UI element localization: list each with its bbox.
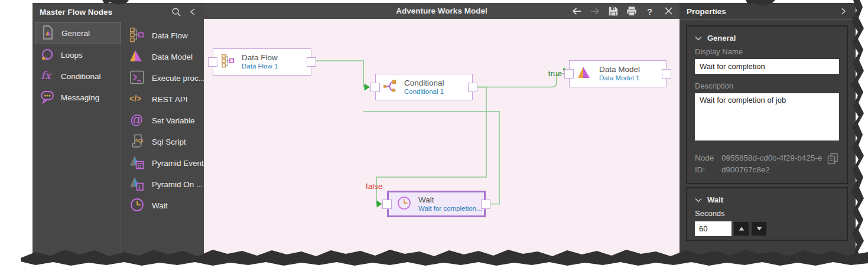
wait-clock-icon xyxy=(129,197,145,214)
help-icon[interactable]: ? xyxy=(645,6,655,17)
svg-text:SQL: SQL xyxy=(135,138,145,143)
chevron-down-icon xyxy=(695,36,702,41)
node-title: Data Model xyxy=(599,65,640,74)
conditional-branch-icon xyxy=(383,79,398,96)
canvas-node-data-model[interactable]: Data Model Data Model 1 xyxy=(569,60,667,87)
palette-item-label: Wait xyxy=(152,201,168,210)
output-port[interactable] xyxy=(468,83,477,92)
section-title: Wait xyxy=(707,195,723,204)
undo-back-arrow-icon[interactable] xyxy=(571,6,582,17)
palette-item-label: Data Model xyxy=(152,53,193,61)
data-flow-icon xyxy=(221,54,235,70)
svg-text:fx: fx xyxy=(41,69,52,81)
seconds-label: Seconds xyxy=(695,209,839,218)
chevron-down-icon xyxy=(695,198,702,202)
palette-item-sql-script[interactable]: SQL Sql Script xyxy=(121,131,204,152)
node-subtitle: Data Model 1 xyxy=(599,74,640,83)
canvas-node-data-flow[interactable]: Data Flow Data Flow 1 xyxy=(213,48,311,76)
wait-section-header[interactable]: Wait xyxy=(695,195,839,204)
palette-item-label: REST API xyxy=(152,95,188,104)
category-label: General xyxy=(61,29,90,38)
collapse-panel-chevron-left-icon[interactable] xyxy=(187,6,198,17)
node-id-row: Node ID: 0955858d-cd0c-4f29-b425-ed90076… xyxy=(695,152,839,175)
palette-item-wait[interactable]: Wait xyxy=(121,195,204,216)
loops-icon xyxy=(40,47,55,64)
node-subtitle: Conditional 1 xyxy=(404,88,444,96)
input-port[interactable] xyxy=(208,57,217,67)
display-name-label: Display Name xyxy=(695,47,839,56)
canvas-toolbar: ? xyxy=(571,3,674,19)
category-messaging[interactable]: Messaging xyxy=(35,87,121,108)
category-loops[interactable]: Loops xyxy=(35,44,121,66)
palette-item-label: Set Variable xyxy=(152,116,195,125)
category-conditional[interactable]: fx Conditional xyxy=(35,66,121,87)
general-section-header[interactable]: General xyxy=(695,34,839,43)
save-icon[interactable] xyxy=(608,6,619,17)
canvas-node-wait[interactable]: Wait Wait for completion... xyxy=(387,191,486,217)
node-title: Data Flow xyxy=(242,53,278,63)
node-id-label: Node ID: xyxy=(695,152,721,175)
palette-categories: General Loops fx Conditional Messaging xyxy=(35,22,121,108)
master-flow-nodes-panel: Master Flow Nodes General xyxy=(32,3,204,260)
category-label: Messaging xyxy=(61,93,99,102)
general-document-icon xyxy=(40,25,56,42)
palette-node-list: Data Flow Data Model Execute proc... </>… xyxy=(121,25,204,216)
data-flow-icon xyxy=(129,27,145,44)
search-icon[interactable] xyxy=(171,6,181,17)
wait-clock-icon xyxy=(396,195,412,213)
palette-item-pyramid-event[interactable]: Pyramid Event xyxy=(121,152,204,174)
palette-item-execute-process[interactable]: Execute proc... xyxy=(121,67,204,89)
collapse-panel-chevron-right-icon[interactable] xyxy=(838,6,849,17)
display-name-input[interactable] xyxy=(695,59,839,74)
palette-item-data-model[interactable]: Data Model xyxy=(121,46,204,67)
svg-text:?: ? xyxy=(647,6,652,16)
svg-text:!: ! xyxy=(139,184,141,190)
section-title: General xyxy=(707,34,736,43)
description-input[interactable]: Wait for completion of job xyxy=(695,93,839,140)
flow-canvas[interactable]: true false Data Flow Data Flow 1 xyxy=(204,19,680,260)
pyramid-on-icon: ! xyxy=(129,176,145,193)
properties-panel: Properties General Display Name Descript… xyxy=(680,3,856,260)
palette-item-label: Data Flow xyxy=(152,31,188,40)
svg-text:@: @ xyxy=(130,112,143,127)
input-port[interactable] xyxy=(564,69,574,79)
copy-icon[interactable] xyxy=(826,152,839,175)
fx-icon: fx xyxy=(40,68,55,85)
output-port[interactable] xyxy=(481,200,490,209)
output-port[interactable] xyxy=(307,57,316,67)
canvas-header: Adventure Works Model ? xyxy=(204,3,680,19)
palette-item-label: Sql Script xyxy=(152,138,186,146)
edge-label-false: false xyxy=(366,182,383,191)
input-port[interactable] xyxy=(370,83,380,92)
palette-item-rest-api[interactable]: </> REST API xyxy=(121,89,204,110)
input-port[interactable] xyxy=(382,200,392,209)
set-variable-icon: @ xyxy=(129,112,145,129)
canvas-node-conditional[interactable]: Conditional Conditional 1 xyxy=(375,74,473,100)
output-port[interactable] xyxy=(662,69,671,79)
increment-arrow-up-button[interactable] xyxy=(733,221,749,236)
edge-label-true: true xyxy=(541,69,562,78)
sql-script-icon: SQL xyxy=(129,133,145,151)
category-label: Conditional xyxy=(61,72,101,81)
category-label: Loops xyxy=(61,51,83,60)
seconds-input[interactable] xyxy=(695,221,732,236)
svg-text:</>: </> xyxy=(129,94,141,103)
redo-forward-arrow-icon[interactable] xyxy=(590,6,600,17)
wait-section: Wait Seconds xyxy=(686,187,848,241)
properties-header: Properties xyxy=(680,3,856,20)
palette-item-data-flow[interactable]: Data Flow xyxy=(121,25,204,46)
application-window: Master Flow Nodes General xyxy=(0,0,868,268)
palette-header: Master Flow Nodes xyxy=(32,3,204,21)
decrement-arrow-down-button[interactable] xyxy=(751,221,767,236)
category-general[interactable]: General xyxy=(35,22,121,44)
rest-api-icon: </> xyxy=(129,91,145,108)
node-id-value: 0955858d-cd0c-4f29-b425-ed900767c8e2 xyxy=(721,152,825,175)
node-subtitle: Data Flow 1 xyxy=(242,63,278,71)
palette-item-pyramid-on[interactable]: ! Pyramid On ... xyxy=(121,174,204,195)
node-title: Wait xyxy=(418,195,482,205)
properties-title: Properties xyxy=(687,7,838,16)
print-icon[interactable] xyxy=(626,6,637,17)
close-icon[interactable] xyxy=(663,6,674,17)
palette-item-set-variable[interactable]: @ Set Variable xyxy=(121,110,204,131)
messaging-icon xyxy=(40,89,55,106)
